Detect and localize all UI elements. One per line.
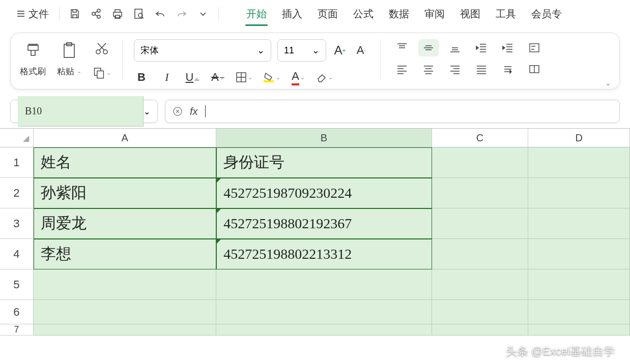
cell-b7[interactable] bbox=[216, 324, 432, 336]
tab-tools[interactable]: 工具 bbox=[495, 4, 517, 24]
cell-a3[interactable]: 周爱龙 bbox=[34, 208, 216, 239]
more-dropdown[interactable] bbox=[194, 5, 212, 23]
decrease-indent-button[interactable] bbox=[471, 39, 492, 56]
cell-a1[interactable]: 姓名 bbox=[34, 147, 216, 178]
font-color-button[interactable]: A⌄ bbox=[291, 70, 306, 85]
svg-point-1 bbox=[97, 9, 100, 12]
tab-insert[interactable]: 插入 bbox=[281, 4, 303, 24]
formula-bar[interactable]: fx bbox=[165, 100, 620, 123]
alignment-group bbox=[392, 39, 545, 78]
align-top-button[interactable] bbox=[392, 39, 412, 56]
format-painter-button[interactable] bbox=[22, 39, 44, 62]
cell-d3[interactable] bbox=[528, 208, 630, 239]
justify-button[interactable] bbox=[471, 60, 492, 78]
align-bottom-button[interactable] bbox=[445, 39, 465, 56]
col-header-d[interactable]: D bbox=[528, 129, 630, 147]
fx-label[interactable]: fx bbox=[190, 106, 198, 117]
decrease-font-button[interactable]: A- bbox=[354, 43, 369, 58]
merge-button[interactable] bbox=[524, 60, 545, 78]
save-button[interactable] bbox=[66, 5, 84, 23]
wrap-icon bbox=[529, 42, 540, 53]
cell-c4[interactable] bbox=[432, 239, 529, 269]
align-left-button[interactable] bbox=[392, 60, 412, 78]
chevron-down-icon bbox=[199, 10, 207, 18]
align-center-button[interactable] bbox=[418, 60, 439, 78]
share-button[interactable] bbox=[87, 5, 105, 23]
row-header[interactable]: 7 bbox=[0, 324, 34, 336]
file-menu[interactable]: 文件 bbox=[12, 5, 53, 23]
cell-d6[interactable] bbox=[528, 300, 630, 324]
font-size-select[interactable]: 11⌄ bbox=[277, 39, 326, 62]
cell-d2[interactable] bbox=[528, 178, 630, 208]
align-left-icon bbox=[396, 64, 408, 75]
col-header-b[interactable]: B bbox=[216, 129, 432, 147]
cell-c5[interactable] bbox=[432, 269, 529, 300]
paint-brush-icon bbox=[24, 41, 42, 59]
tab-page[interactable]: 页面 bbox=[317, 4, 339, 24]
separator bbox=[380, 39, 381, 80]
tab-view[interactable]: 视图 bbox=[459, 4, 481, 24]
cut-button[interactable] bbox=[93, 39, 111, 57]
eraser-button[interactable]: ⌄ bbox=[316, 70, 333, 85]
undo-button[interactable] bbox=[151, 5, 169, 23]
tab-member[interactable]: 会员专 bbox=[530, 4, 563, 24]
cell-c1[interactable] bbox=[432, 147, 529, 178]
wrap-text-button[interactable] bbox=[524, 39, 545, 56]
font-name-select[interactable]: 宋体⌄ bbox=[134, 39, 271, 62]
cell-c2[interactable] bbox=[432, 178, 529, 208]
copy-button[interactable]: ⌄ bbox=[93, 64, 111, 82]
cell-b2[interactable]: 452725198709230224 bbox=[216, 178, 432, 208]
strikethrough-button[interactable]: A⌄ bbox=[210, 70, 225, 85]
cancel-icon[interactable] bbox=[173, 106, 183, 116]
bold-button[interactable]: B bbox=[134, 70, 149, 85]
cell-d5[interactable] bbox=[528, 269, 630, 300]
cell-c3[interactable] bbox=[432, 208, 529, 239]
cell-c7[interactable] bbox=[432, 324, 529, 336]
row-header[interactable]: 5 bbox=[0, 269, 34, 300]
row-3: 3 周爱龙 452725198802192367 bbox=[0, 208, 630, 239]
tab-review[interactable]: 审阅 bbox=[423, 4, 446, 24]
tab-data[interactable]: 数据 bbox=[388, 4, 410, 24]
cell-b1[interactable]: 身份证号 bbox=[216, 147, 432, 178]
cell-d4[interactable] bbox=[528, 239, 630, 269]
redo-icon bbox=[176, 8, 188, 20]
row-header[interactable]: 3 bbox=[0, 208, 34, 239]
row-header[interactable]: 1 bbox=[0, 147, 34, 178]
cell-b4[interactable]: 452725198802213312 bbox=[216, 239, 432, 269]
cell-d7[interactable] bbox=[528, 324, 630, 336]
increase-font-button[interactable]: A+ bbox=[332, 43, 348, 58]
italic-button[interactable]: I bbox=[159, 70, 175, 85]
col-header-c[interactable]: C bbox=[432, 129, 529, 147]
name-box[interactable]: B10 ⌄ bbox=[10, 100, 158, 123]
increase-indent-button[interactable] bbox=[498, 39, 518, 56]
borders-button[interactable]: ⌄ bbox=[236, 70, 252, 85]
cell-c6[interactable] bbox=[432, 300, 529, 324]
tab-formula[interactable]: 公式 bbox=[352, 4, 375, 24]
align-middle-button[interactable] bbox=[418, 39, 439, 56]
tab-home[interactable]: 开始 bbox=[245, 4, 268, 24]
chevron-down-icon: ⌄ bbox=[257, 45, 265, 56]
align-right-button[interactable] bbox=[445, 60, 465, 78]
underline-button[interactable]: U⌄ bbox=[185, 70, 200, 85]
print-button[interactable] bbox=[108, 5, 127, 23]
cell-b3[interactable]: 452725198802192367 bbox=[216, 208, 432, 239]
paste-label[interactable]: 粘贴⌄ bbox=[57, 66, 81, 77]
row-header[interactable]: 4 bbox=[0, 239, 34, 269]
cell
-a-2[interactable]: 孙紫阳 bbox=[34, 178, 216, 208]
cell-d1[interactable] bbox=[528, 147, 630, 178]
orientation-button[interactable] bbox=[498, 60, 518, 78]
col-header-a[interactable]: A bbox=[34, 129, 216, 147]
row-header[interactable]: 2 bbox=[0, 178, 34, 208]
cell-a6[interactable] bbox=[34, 300, 216, 324]
redo-button[interactable] bbox=[173, 5, 191, 23]
row-header[interactable]: 6 bbox=[0, 300, 34, 324]
cell-b6[interactable] bbox=[216, 300, 432, 324]
highlight-button[interactable]: ⌄ bbox=[263, 70, 280, 85]
select-all-corner[interactable]: ◢ bbox=[0, 129, 34, 147]
cell-a5[interactable] bbox=[34, 269, 216, 300]
cell-a7[interactable] bbox=[34, 324, 216, 336]
paste-button[interactable] bbox=[58, 39, 80, 62]
preview-button[interactable] bbox=[130, 5, 148, 23]
cell-a4[interactable]: 李想 bbox=[34, 239, 216, 269]
cell-b5[interactable] bbox=[216, 269, 432, 300]
